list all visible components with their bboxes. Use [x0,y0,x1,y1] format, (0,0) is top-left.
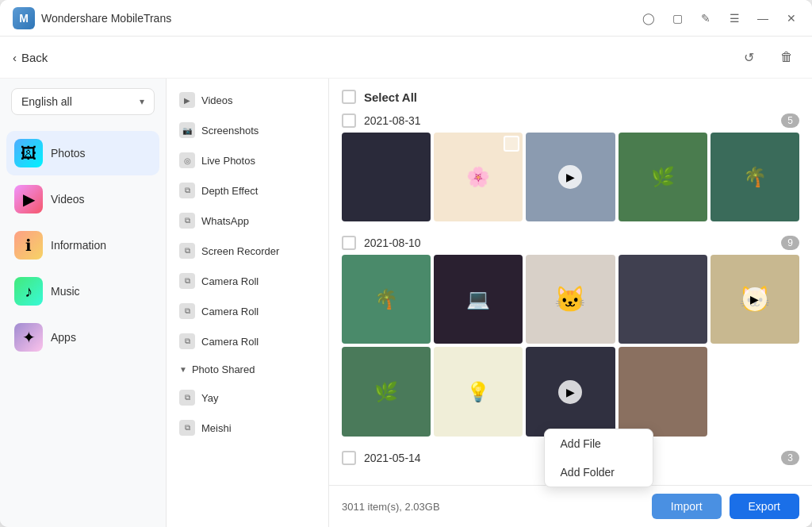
play-button[interactable]: ▶ [743,287,767,311]
photo-thumb[interactable]: 🐱 [526,255,615,344]
date-3-count: 3 [781,451,799,465]
window-icon[interactable]: ▢ [669,10,685,26]
sidebar-item-apps[interactable]: ✦ Apps [6,315,159,360]
photo-thumb[interactable] [619,255,707,344]
select-all-row: Select All [342,85,799,109]
menu-icon[interactable]: ☰ [726,10,742,26]
back-chevron: ‹ [13,51,17,64]
sidebar-item-information[interactable]: ℹ Information [6,223,159,267]
select-all-label: Select All [364,90,417,104]
nav-items: 🖼 Photos ▶ Videos ℹ Information ♪ Music … [0,125,166,366]
middle-item-screenshots[interactable]: 📷 Screenshots [167,115,328,145]
date-2-checkbox[interactable] [342,236,356,250]
photo-thumb[interactable]: 🌸 [434,133,523,221]
photo-area: Select All 2021-08-31 5 🌸 [329,79,812,485]
context-menu-add-file[interactable]: Add File [545,429,653,458]
photo-thumb[interactable] [619,347,707,436]
date-3-checkbox[interactable] [342,451,356,465]
expand-icon: ▼ [179,365,187,374]
middle-item-depth-effect[interactable]: ⧉ Depth Effect [167,175,328,206]
photo-thumb[interactable]: ▶ [526,347,615,436]
whatsapp-icon: ⧉ [179,213,195,229]
play-button[interactable]: ▶ [558,165,582,189]
photo-thumb[interactable] [342,133,431,221]
photo-image [619,255,707,344]
middle-item-camera-roll-1[interactable]: ⧉ Camera Roll [167,266,328,296]
middle-item-whatsapp[interactable]: ⧉ WhatsApp [167,206,328,236]
date-2-label: 2021-08-10 [364,237,421,249]
close-button[interactable]: ✕ [783,10,799,26]
footer-info: 3011 item(s), 2.03GB [342,501,440,513]
photo-select-overlay[interactable] [504,136,519,152]
middle-item-camera-roll-2[interactable]: ⧉ Camera Roll [167,296,328,326]
sidebar-item-photos[interactable]: 🖼 Photos [6,131,159,175]
context-menu-add-folder[interactable]: Add Folder [545,458,653,487]
language-selector[interactable]: English all ▾ [11,88,155,115]
sidebar: English all ▾ 🖼 Photos ▶ Videos ℹ Inform… [0,79,167,527]
yay-label: Yay [201,392,218,404]
language-label: English all [21,95,72,108]
app-icon: M [13,7,35,29]
middle-item-meishi[interactable]: ⧉ Meishi [167,413,328,443]
meishi-label: Meishi [201,422,232,434]
chevron-down-icon: ▾ [140,96,144,107]
middle-item-videos[interactable]: ▶ Videos [167,85,328,115]
photo-thumb[interactable]: 🌴 [710,133,799,221]
date-1-checkbox[interactable] [342,113,356,128]
middle-item-screen-recorder[interactable]: ⧉ Screen Recorder [167,236,328,266]
photo-grid-2: 🌴 💻 🐱 🐱 ▶ [342,255,799,344]
videos-folder-label: Videos [201,94,233,106]
edit-icon[interactable]: ✎ [698,10,714,26]
profile-icon[interactable]: ◯ [641,10,657,26]
photo-image: 💻 [434,255,523,344]
screenshots-icon: 📷 [179,122,195,138]
main-window: M Wondershare MobileTrans ◯ ▢ ✎ ☰ — ✕ ‹ … [0,0,812,527]
photo-thumb[interactable]: 🌴 [342,255,431,344]
select-all-checkbox[interactable] [342,90,356,104]
date-checkbox-3: 2021-05-14 [342,451,421,465]
sidebar-item-videos[interactable]: ▶ Videos [6,177,159,221]
undo-button[interactable]: ↺ [736,44,761,70]
import-button[interactable]: Import [652,494,722,519]
camera-roll-1-icon: ⧉ [179,273,195,289]
back-button[interactable]: ‹ Back [13,51,48,64]
depth-effect-label: Depth Effect [201,185,258,197]
photo-image: 🌴 [710,133,799,221]
camera-roll-2-icon: ⧉ [179,303,195,319]
middle-item-live-photos[interactable]: ◎ Live Photos [167,145,328,175]
export-button[interactable]: Export [730,494,799,519]
photo-thumb[interactable]: 🌿 [619,133,707,221]
play-button[interactable]: ▶ [558,380,582,404]
delete-button[interactable]: 🗑 [774,44,799,70]
date-1-count: 5 [781,113,799,128]
photo-image [619,347,707,436]
live-photos-icon: ◎ [179,152,195,168]
sidebar-item-music[interactable]: ♪ Music [6,269,159,314]
middle-item-yay[interactable]: ⧉ Yay [167,383,328,413]
camera-roll-3-icon: ⧉ [179,333,195,349]
minimize-button[interactable]: — [755,10,771,26]
videos-folder-icon: ▶ [179,92,195,108]
camera-roll-2-label: Camera Roll [201,306,259,317]
photo-shared-header[interactable]: ▼ Photo Shared [167,356,328,383]
photos-label: Photos [51,147,86,160]
photo-thumb[interactable]: ▶ [526,133,615,221]
information-icon: ℹ [14,231,43,260]
live-photos-label: Live Photos [201,155,255,167]
photo-thumb[interactable]: 🌿 [342,347,431,436]
titlebar-right: ◯ ▢ ✎ ☰ — ✕ [641,10,799,26]
middle-item-camera-roll-3[interactable]: ⧉ Camera Roll [167,326,328,356]
apps-label: Apps [51,331,76,344]
photo-grid-1: 🌸 ▶ 🌿 🌴 [342,133,799,221]
footer: 3011 item(s), 2.03GB Import Export [329,485,812,527]
footer-buttons: Import Export [652,494,799,519]
app-title: Wondershare MobileTrans [41,12,171,25]
photo-thumb[interactable]: 💻 [434,255,523,344]
photo-thumb[interactable]: 💡 [434,347,523,436]
back-label: Back [21,51,48,64]
videos-label: Videos [51,193,85,206]
photo-image: 🌴 [342,255,431,344]
photo-image: 🌿 [342,347,431,436]
photo-thumb[interactable]: 🐱 ▶ [710,255,799,344]
photo-grid-2b: 🌿 💡 ▶ [342,347,799,436]
